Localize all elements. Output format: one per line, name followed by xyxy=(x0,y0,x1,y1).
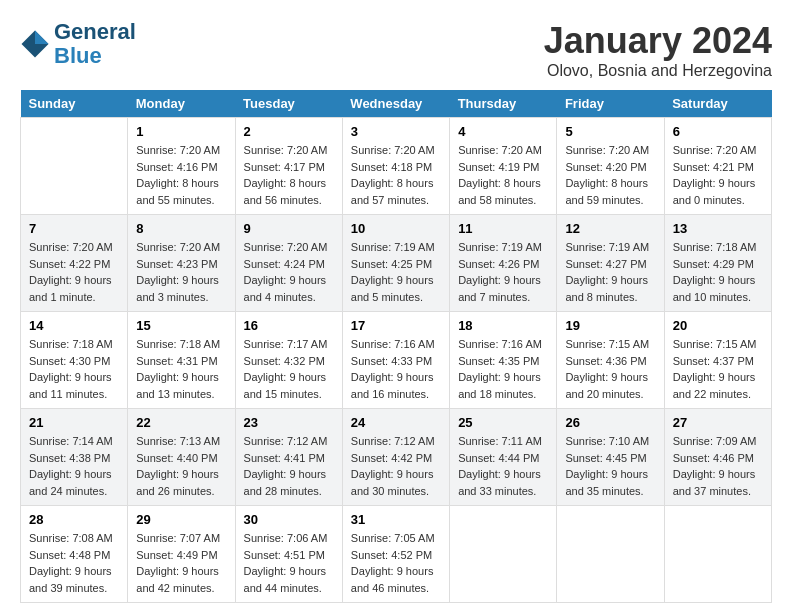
day-info: Sunrise: 7:14 AMSunset: 4:38 PMDaylight:… xyxy=(29,433,119,499)
weekday-header: Saturday xyxy=(664,90,771,118)
day-number: 21 xyxy=(29,415,119,430)
day-number: 11 xyxy=(458,221,548,236)
calendar-cell: 3 Sunrise: 7:20 AMSunset: 4:18 PMDayligh… xyxy=(342,118,449,215)
calendar-cell: 25 Sunrise: 7:11 AMSunset: 4:44 PMDaylig… xyxy=(450,409,557,506)
svg-marker-1 xyxy=(35,31,49,45)
calendar-cell xyxy=(557,506,664,603)
day-info: Sunrise: 7:20 AMSunset: 4:16 PMDaylight:… xyxy=(136,142,226,208)
calendar-body: 1 Sunrise: 7:20 AMSunset: 4:16 PMDayligh… xyxy=(21,118,772,603)
day-number: 30 xyxy=(244,512,334,527)
day-info: Sunrise: 7:16 AMSunset: 4:35 PMDaylight:… xyxy=(458,336,548,402)
logo-icon xyxy=(20,29,50,59)
calendar-cell: 30 Sunrise: 7:06 AMSunset: 4:51 PMDaylig… xyxy=(235,506,342,603)
calendar-cell: 4 Sunrise: 7:20 AMSunset: 4:19 PMDayligh… xyxy=(450,118,557,215)
day-info: Sunrise: 7:18 AMSunset: 4:29 PMDaylight:… xyxy=(673,239,763,305)
day-number: 24 xyxy=(351,415,441,430)
day-number: 27 xyxy=(673,415,763,430)
calendar-cell xyxy=(664,506,771,603)
weekday-header: Monday xyxy=(128,90,235,118)
weekday-header: Thursday xyxy=(450,90,557,118)
calendar-header: SundayMondayTuesdayWednesdayThursdayFrid… xyxy=(21,90,772,118)
day-number: 12 xyxy=(565,221,655,236)
day-info: Sunrise: 7:08 AMSunset: 4:48 PMDaylight:… xyxy=(29,530,119,596)
calendar-cell: 9 Sunrise: 7:20 AMSunset: 4:24 PMDayligh… xyxy=(235,215,342,312)
day-info: Sunrise: 7:06 AMSunset: 4:51 PMDaylight:… xyxy=(244,530,334,596)
day-info: Sunrise: 7:19 AMSunset: 4:26 PMDaylight:… xyxy=(458,239,548,305)
day-number: 8 xyxy=(136,221,226,236)
calendar-cell: 21 Sunrise: 7:14 AMSunset: 4:38 PMDaylig… xyxy=(21,409,128,506)
day-number: 18 xyxy=(458,318,548,333)
calendar-week-row: 14 Sunrise: 7:18 AMSunset: 4:30 PMDaylig… xyxy=(21,312,772,409)
calendar-cell xyxy=(450,506,557,603)
day-info: Sunrise: 7:20 AMSunset: 4:21 PMDaylight:… xyxy=(673,142,763,208)
day-number: 25 xyxy=(458,415,548,430)
day-number: 29 xyxy=(136,512,226,527)
title-block: January 2024 Olovo, Bosnia and Herzegovi… xyxy=(544,20,772,80)
weekday-header: Sunday xyxy=(21,90,128,118)
day-info: Sunrise: 7:13 AMSunset: 4:40 PMDaylight:… xyxy=(136,433,226,499)
day-info: Sunrise: 7:20 AMSunset: 4:18 PMDaylight:… xyxy=(351,142,441,208)
calendar-cell: 13 Sunrise: 7:18 AMSunset: 4:29 PMDaylig… xyxy=(664,215,771,312)
calendar-cell: 18 Sunrise: 7:16 AMSunset: 4:35 PMDaylig… xyxy=(450,312,557,409)
calendar-cell: 2 Sunrise: 7:20 AMSunset: 4:17 PMDayligh… xyxy=(235,118,342,215)
day-number: 3 xyxy=(351,124,441,139)
day-number: 14 xyxy=(29,318,119,333)
day-number: 16 xyxy=(244,318,334,333)
calendar-cell: 26 Sunrise: 7:10 AMSunset: 4:45 PMDaylig… xyxy=(557,409,664,506)
weekday-header: Tuesday xyxy=(235,90,342,118)
day-number: 7 xyxy=(29,221,119,236)
calendar-cell: 14 Sunrise: 7:18 AMSunset: 4:30 PMDaylig… xyxy=(21,312,128,409)
calendar-cell: 20 Sunrise: 7:15 AMSunset: 4:37 PMDaylig… xyxy=(664,312,771,409)
day-number: 5 xyxy=(565,124,655,139)
calendar-cell: 28 Sunrise: 7:08 AMSunset: 4:48 PMDaylig… xyxy=(21,506,128,603)
calendar-cell: 1 Sunrise: 7:20 AMSunset: 4:16 PMDayligh… xyxy=(128,118,235,215)
day-number: 28 xyxy=(29,512,119,527)
day-number: 22 xyxy=(136,415,226,430)
calendar-week-row: 28 Sunrise: 7:08 AMSunset: 4:48 PMDaylig… xyxy=(21,506,772,603)
calendar-cell: 10 Sunrise: 7:19 AMSunset: 4:25 PMDaylig… xyxy=(342,215,449,312)
day-number: 6 xyxy=(673,124,763,139)
day-number: 23 xyxy=(244,415,334,430)
weekday-header: Wednesday xyxy=(342,90,449,118)
day-info: Sunrise: 7:20 AMSunset: 4:20 PMDaylight:… xyxy=(565,142,655,208)
day-info: Sunrise: 7:20 AMSunset: 4:24 PMDaylight:… xyxy=(244,239,334,305)
calendar-cell: 23 Sunrise: 7:12 AMSunset: 4:41 PMDaylig… xyxy=(235,409,342,506)
day-info: Sunrise: 7:18 AMSunset: 4:31 PMDaylight:… xyxy=(136,336,226,402)
month-title: January 2024 xyxy=(544,20,772,62)
day-info: Sunrise: 7:17 AMSunset: 4:32 PMDaylight:… xyxy=(244,336,334,402)
location-subtitle: Olovo, Bosnia and Herzegovina xyxy=(544,62,772,80)
page-header: General Blue January 2024 Olovo, Bosnia … xyxy=(20,20,772,80)
day-info: Sunrise: 7:18 AMSunset: 4:30 PMDaylight:… xyxy=(29,336,119,402)
day-number: 4 xyxy=(458,124,548,139)
day-info: Sunrise: 7:12 AMSunset: 4:41 PMDaylight:… xyxy=(244,433,334,499)
day-info: Sunrise: 7:05 AMSunset: 4:52 PMDaylight:… xyxy=(351,530,441,596)
calendar-cell: 31 Sunrise: 7:05 AMSunset: 4:52 PMDaylig… xyxy=(342,506,449,603)
day-number: 13 xyxy=(673,221,763,236)
day-number: 1 xyxy=(136,124,226,139)
day-info: Sunrise: 7:15 AMSunset: 4:36 PMDaylight:… xyxy=(565,336,655,402)
day-info: Sunrise: 7:20 AMSunset: 4:23 PMDaylight:… xyxy=(136,239,226,305)
calendar-cell: 24 Sunrise: 7:12 AMSunset: 4:42 PMDaylig… xyxy=(342,409,449,506)
day-info: Sunrise: 7:09 AMSunset: 4:46 PMDaylight:… xyxy=(673,433,763,499)
day-number: 17 xyxy=(351,318,441,333)
calendar-cell: 17 Sunrise: 7:16 AMSunset: 4:33 PMDaylig… xyxy=(342,312,449,409)
weekday-row: SundayMondayTuesdayWednesdayThursdayFrid… xyxy=(21,90,772,118)
day-info: Sunrise: 7:07 AMSunset: 4:49 PMDaylight:… xyxy=(136,530,226,596)
logo-text: General Blue xyxy=(54,20,136,68)
day-number: 20 xyxy=(673,318,763,333)
logo: General Blue xyxy=(20,20,136,68)
calendar-cell: 16 Sunrise: 7:17 AMSunset: 4:32 PMDaylig… xyxy=(235,312,342,409)
day-info: Sunrise: 7:20 AMSunset: 4:22 PMDaylight:… xyxy=(29,239,119,305)
calendar-week-row: 1 Sunrise: 7:20 AMSunset: 4:16 PMDayligh… xyxy=(21,118,772,215)
weekday-header: Friday xyxy=(557,90,664,118)
day-number: 9 xyxy=(244,221,334,236)
day-number: 2 xyxy=(244,124,334,139)
calendar-cell: 19 Sunrise: 7:15 AMSunset: 4:36 PMDaylig… xyxy=(557,312,664,409)
day-info: Sunrise: 7:12 AMSunset: 4:42 PMDaylight:… xyxy=(351,433,441,499)
calendar-cell: 12 Sunrise: 7:19 AMSunset: 4:27 PMDaylig… xyxy=(557,215,664,312)
day-info: Sunrise: 7:15 AMSunset: 4:37 PMDaylight:… xyxy=(673,336,763,402)
calendar-cell: 22 Sunrise: 7:13 AMSunset: 4:40 PMDaylig… xyxy=(128,409,235,506)
calendar-cell: 7 Sunrise: 7:20 AMSunset: 4:22 PMDayligh… xyxy=(21,215,128,312)
calendar-cell: 29 Sunrise: 7:07 AMSunset: 4:49 PMDaylig… xyxy=(128,506,235,603)
day-info: Sunrise: 7:16 AMSunset: 4:33 PMDaylight:… xyxy=(351,336,441,402)
